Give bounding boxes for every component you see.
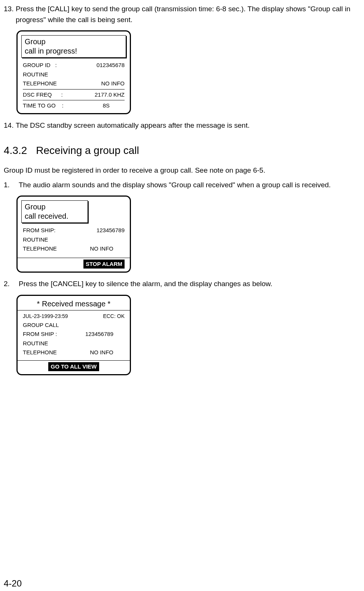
display-body: GROUP ID : 012345678 ROUTINE TELEPHONE N… xyxy=(18,60,130,113)
row-value: ECC: OK xyxy=(103,312,125,320)
display-row: TELEPHONE NO INFO xyxy=(23,348,125,357)
display-row: ROUTINE xyxy=(23,235,125,245)
row-label: TIME TO GO : xyxy=(23,101,64,110)
row-label: DSC FREQ : xyxy=(23,91,63,99)
display-row: ROUTINE xyxy=(23,339,125,348)
row-label: TELEPHONE xyxy=(23,348,57,357)
row-label: TELEPHONE xyxy=(23,245,57,253)
header-line: call in progress! xyxy=(25,46,123,56)
display-row: TIME TO GO : 8S xyxy=(23,101,125,112)
go-to-all-view-label: GO TO ALL VIEW xyxy=(48,362,99,372)
display-row: GROUP CALL xyxy=(23,321,125,330)
step-1: 1. The audio alarm sounds and the displa… xyxy=(4,180,357,191)
display-row: JUL-23-1999-23:59 ECC: OK xyxy=(23,312,125,321)
row-label: ROUTINE xyxy=(23,236,48,244)
step-2: 2. Press the [CANCEL] key to silence the… xyxy=(4,279,357,290)
step-text: Press the [CALL] key to send the group c… xyxy=(16,4,357,25)
intro-paragraph: Group ID must be registered in order to … xyxy=(4,165,357,176)
divider xyxy=(23,100,125,100)
display-footer: GO TO ALL VIEW xyxy=(18,360,130,375)
row-label: JUL-23-1999-23:59 xyxy=(23,312,68,320)
step-13: 13. Press the [CALL] key to send the gro… xyxy=(4,4,357,25)
row-value: 123456789 xyxy=(97,226,125,235)
display-row: FROM SHIP : 123456789 xyxy=(23,330,125,339)
row-value: 012345678 xyxy=(97,61,125,70)
row-label: FROM SHIP: xyxy=(23,226,56,235)
row-value: 8S xyxy=(103,101,125,110)
display-group-call-in-progress: Group call in progress! GROUP ID : 01234… xyxy=(16,30,131,114)
step-number: 14. xyxy=(4,120,16,131)
display-header: * Received message * xyxy=(18,296,130,310)
section-number: 4.3.2 xyxy=(4,145,27,156)
row-label: GROUP ID : xyxy=(23,61,57,70)
row-value: NO INFO xyxy=(90,245,125,253)
display-header: Group call received. xyxy=(21,200,88,223)
step-14: 14. The DSC standby screen automatically… xyxy=(4,120,357,131)
display-header: Group call in progress! xyxy=(21,35,126,58)
step-text: The audio alarm sounds and the display s… xyxy=(16,180,357,191)
display-row: TELEPHONE NO INFO xyxy=(23,79,125,88)
display-group-call-received: Group call received. FROM SHIP: 12345678… xyxy=(16,196,131,273)
display-row: DSC FREQ : 2177.0 KHZ xyxy=(23,90,125,100)
row-label: FROM SHIP : xyxy=(23,330,57,339)
stop-alarm-label: STOP ALARM xyxy=(83,260,125,269)
step-text: The DSC standby screen automatically app… xyxy=(16,120,357,131)
display-received-message: * Received message * JUL-23-1999-23:59 E… xyxy=(16,295,131,376)
row-value: NO INFO xyxy=(90,348,125,357)
row-value: NO INFO xyxy=(101,79,125,88)
section-heading: 4.3.2Receiving a group call xyxy=(4,143,357,158)
display-row: FROM SHIP: 123456789 xyxy=(23,226,125,235)
display-body: FROM SHIP: 123456789 ROUTINE TELEPHONE N… xyxy=(18,225,130,256)
display-row: ROUTINE xyxy=(23,70,125,79)
row-value: 2177.0 KHZ xyxy=(95,91,125,99)
section-title: Receiving a group call xyxy=(36,145,139,156)
row-label: ROUTINE xyxy=(23,70,48,79)
step-number: 1. xyxy=(4,180,16,191)
row-label: ROUTINE xyxy=(23,339,48,348)
row-label: TELEPHONE xyxy=(23,79,57,88)
divider xyxy=(23,89,125,90)
divider xyxy=(18,310,130,310)
step-number: 2. xyxy=(4,279,16,290)
header-line: Group xyxy=(25,202,85,212)
row-value: 123456789 xyxy=(85,330,125,339)
step-text: Press the [CANCEL] key to silence the al… xyxy=(16,279,357,290)
display-footer: STOP ALARM xyxy=(18,258,130,272)
display-body: JUL-23-1999-23:59 ECC: OK GROUP CALL FRO… xyxy=(18,311,130,358)
header-line: call received. xyxy=(25,212,85,221)
row-label: GROUP CALL xyxy=(23,321,59,330)
display-row: TELEPHONE NO INFO xyxy=(23,244,125,255)
step-number: 13. xyxy=(4,4,16,25)
display-row: GROUP ID : 012345678 xyxy=(23,61,125,70)
header-line: Group xyxy=(25,37,123,46)
